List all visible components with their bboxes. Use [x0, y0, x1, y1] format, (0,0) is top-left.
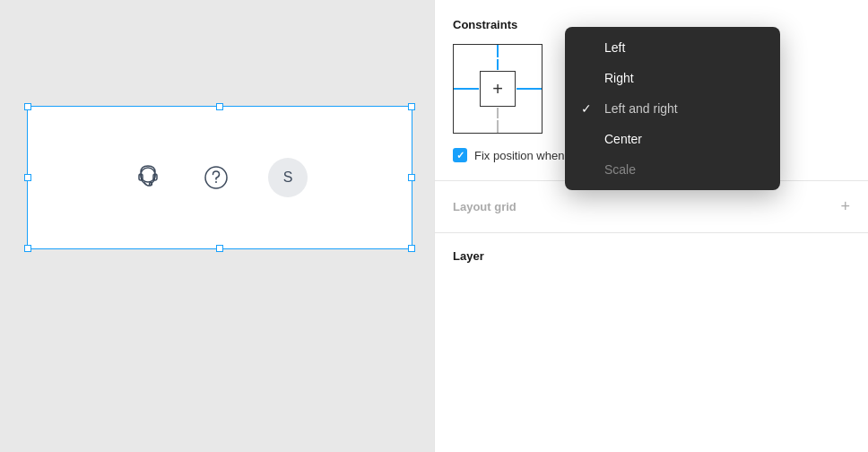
- plus-sign: +: [492, 79, 503, 100]
- handle-bottom-left[interactable]: [24, 245, 31, 252]
- handle-middle-right[interactable]: [408, 174, 415, 181]
- handle-top-left[interactable]: [24, 103, 31, 110]
- inner-line-right: [516, 88, 533, 90]
- dropdown-label-scale: Scale: [604, 162, 636, 177]
- question-icon: [200, 161, 232, 194]
- inner-line-top: [497, 59, 499, 70]
- dropdown-item-scale[interactable]: Scale: [565, 154, 780, 185]
- dropdown-item-left[interactable]: Left: [565, 32, 780, 63]
- inner-line-bottom: [497, 108, 499, 118]
- icon-group: S: [132, 158, 308, 197]
- handle-middle-left[interactable]: [24, 174, 31, 181]
- canvas-area: S: [0, 0, 434, 452]
- layout-grid-title: Layout grid: [453, 200, 516, 213]
- dropdown-label-left: Left: [604, 40, 625, 55]
- dropdown-label-left-and-right: Left and right: [604, 101, 678, 116]
- handle-bottom-center[interactable]: [216, 245, 223, 252]
- add-layout-grid-button[interactable]: +: [840, 197, 850, 216]
- s-avatar: S: [268, 158, 308, 197]
- dropdown-item-center[interactable]: Center: [565, 124, 780, 154]
- constraint-inner-box: +: [480, 71, 516, 107]
- layer-section: Layer: [435, 233, 868, 291]
- checkmark-icon: ✓: [581, 101, 592, 116]
- constraint-line-bottom: [497, 120, 499, 133]
- inner-line-left: [463, 88, 479, 90]
- handle-top-center[interactable]: [216, 103, 223, 110]
- selected-element[interactable]: S: [27, 106, 412, 249]
- dropdown-label-right: Right: [604, 71, 634, 85]
- handle-bottom-right[interactable]: [408, 245, 415, 252]
- svg-point-3: [150, 183, 152, 186]
- dropdown-item-left-and-right[interactable]: ✓ Left and right: [565, 93, 780, 124]
- dropdown-item-right[interactable]: Right: [565, 63, 780, 93]
- svg-point-5: [215, 181, 217, 183]
- layer-title: Layer: [453, 249, 850, 263]
- handle-top-right[interactable]: [408, 103, 415, 110]
- constraint-line-top: [497, 45, 499, 57]
- constraint-diagram: +: [453, 44, 542, 134]
- fix-position-checkbox[interactable]: [453, 148, 467, 162]
- right-panel: Constraints: [434, 0, 868, 452]
- headset-icon: [132, 161, 164, 194]
- constraints-dropdown[interactable]: Left Right ✓ Left and right Center Scale: [565, 27, 780, 190]
- dropdown-label-center: Center: [604, 132, 642, 146]
